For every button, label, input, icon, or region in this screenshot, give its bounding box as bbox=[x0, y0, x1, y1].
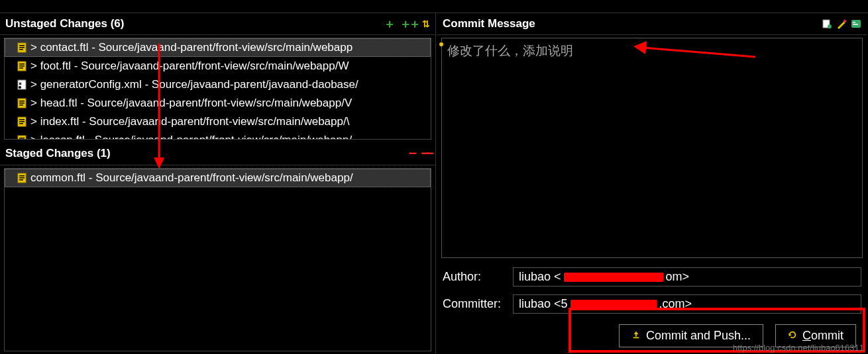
svg-rect-3 bbox=[19, 49, 23, 50]
author-row: Author: liubao < om> bbox=[437, 263, 867, 290]
marker-icon bbox=[439, 42, 443, 46]
add-all-icon[interactable]: ＋＋ bbox=[400, 18, 418, 30]
svg-rect-12 bbox=[19, 103, 25, 104]
svg-rect-2 bbox=[19, 47, 25, 48]
unstaged-list: > contact.ftl - Source/javaand-parent/fr… bbox=[4, 38, 431, 140]
sort-icon[interactable]: ⇅ bbox=[422, 19, 430, 29]
commit-header: Commit Message bbox=[437, 13, 867, 35]
commit-icon bbox=[788, 329, 797, 343]
amend-icon[interactable] bbox=[822, 19, 832, 29]
svg-rect-17 bbox=[19, 123, 23, 124]
author-suffix: om> bbox=[666, 270, 690, 284]
file-modified-icon bbox=[17, 42, 27, 53]
remove-all-icon[interactable]: −− bbox=[421, 146, 430, 161]
file-row[interactable]: > foot.ftl - Source/javaand-parent/front… bbox=[5, 57, 431, 75]
unstaged-title: Unstaged Changes (6) bbox=[5, 17, 124, 30]
left-panel: Unstaged Changes (6) ＋ ＋＋ ⇅ > contact.ft… bbox=[0, 13, 436, 354]
file-label: > lesson.ftl - Source/javaand-parent/fro… bbox=[30, 134, 352, 140]
svg-point-27 bbox=[828, 24, 832, 28]
file-modified-icon bbox=[17, 173, 27, 183]
svg-rect-16 bbox=[19, 121, 25, 122]
author-prefix: liubao < bbox=[519, 270, 561, 284]
redacted-text bbox=[570, 300, 657, 309]
file-label: > generatorConfig.xml - Source/javaand-p… bbox=[30, 78, 358, 91]
commit-placeholder: 修改了什么，添加说明 bbox=[447, 44, 573, 58]
file-label: > foot.ftl - Source/javaand-parent/front… bbox=[30, 60, 349, 73]
change-id-icon[interactable] bbox=[851, 19, 861, 29]
remove-selected-icon[interactable]: − bbox=[408, 146, 417, 161]
file-modified-icon bbox=[17, 98, 27, 109]
unstaged-header: Unstaged Changes (6) ＋ ＋＋ ⇅ bbox=[0, 13, 435, 35]
file-label: > contact.ftl - Source/javaand-parent/fr… bbox=[30, 41, 353, 54]
staged-title: Staged Changes (1) bbox=[5, 147, 111, 160]
upload-icon bbox=[631, 329, 641, 343]
svg-rect-32 bbox=[633, 337, 639, 339]
main-container: Unstaged Changes (6) ＋ ＋＋ ⇅ > contact.ft… bbox=[0, 13, 868, 354]
add-selected-icon[interactable]: ＋ bbox=[384, 18, 396, 30]
svg-rect-25 bbox=[19, 179, 23, 181]
commit-message-input[interactable]: 修改了什么，添加说明 bbox=[441, 38, 863, 258]
committer-prefix: liubao <5 bbox=[519, 297, 568, 311]
file-row[interactable]: > contact.ftl - Source/javaand-parent/fr… bbox=[5, 38, 431, 57]
author-field[interactable]: liubao < om> bbox=[513, 267, 861, 287]
svg-rect-31 bbox=[853, 24, 858, 25]
redacted-text bbox=[564, 273, 663, 282]
file-modified-icon bbox=[17, 61, 27, 71]
svg-rect-19 bbox=[19, 138, 25, 139]
staged-list: common.ftl - Source/javaand-parent/front… bbox=[4, 168, 431, 351]
svg-rect-15 bbox=[19, 119, 25, 120]
svg-rect-1 bbox=[19, 45, 25, 46]
svg-rect-7 bbox=[19, 67, 23, 69]
unstaged-toolbar: ＋ ＋＋ ⇅ bbox=[384, 18, 430, 30]
watermark: https://blog.csdn.net/liubao616311 bbox=[733, 343, 864, 353]
file-row[interactable]: > head.ftl - Source/javaand-parent/front… bbox=[5, 94, 431, 112]
svg-point-9 bbox=[19, 86, 21, 89]
file-xml-icon bbox=[17, 79, 27, 90]
commit-header-title: Commit Message bbox=[443, 17, 535, 30]
file-label: > head.ftl - Source/javaand-parent/front… bbox=[30, 97, 352, 110]
staged-toolbar: − −− bbox=[408, 146, 430, 161]
file-row[interactable]: > index.ftl - Source/javaand-parent/fron… bbox=[5, 112, 431, 131]
committer-field[interactable]: liubao <5 .com> bbox=[513, 294, 861, 314]
file-row[interactable]: common.ftl - Source/javaand-parent/front… bbox=[5, 169, 431, 187]
svg-rect-30 bbox=[853, 22, 855, 23]
author-label: Author: bbox=[443, 270, 508, 284]
file-modified-icon bbox=[17, 116, 27, 127]
file-row[interactable]: > lesson.ftl - Source/javaand-parent/fro… bbox=[5, 131, 431, 140]
file-modified-icon bbox=[17, 135, 27, 140]
commit-push-label: Commit and Push... bbox=[646, 329, 751, 343]
committer-suffix: .com> bbox=[659, 297, 692, 311]
right-panel: Commit Message 修改了什么，添加说明 Author: liubao… bbox=[436, 13, 868, 354]
svg-rect-13 bbox=[19, 105, 23, 106]
file-label: > index.ftl - Source/javaand-parent/fron… bbox=[30, 115, 349, 128]
svg-rect-5 bbox=[19, 64, 25, 65]
committer-row: Committer: liubao <5 .com> bbox=[437, 290, 867, 318]
file-row[interactable]: > generatorConfig.xml - Source/javaand-p… bbox=[5, 75, 431, 94]
file-label: common.ftl - Source/javaand-parent/front… bbox=[30, 171, 353, 185]
svg-rect-23 bbox=[19, 175, 25, 177]
svg-rect-24 bbox=[19, 177, 25, 179]
sign-off-icon[interactable] bbox=[836, 19, 847, 29]
staged-header: Staged Changes (1) − −− bbox=[0, 142, 435, 165]
commit-label: Commit bbox=[802, 329, 843, 343]
top-bar bbox=[0, 0, 868, 13]
svg-rect-11 bbox=[19, 101, 25, 102]
commit-toolbar bbox=[822, 19, 861, 29]
committer-label: Committer: bbox=[443, 297, 508, 311]
svg-rect-6 bbox=[19, 66, 25, 67]
